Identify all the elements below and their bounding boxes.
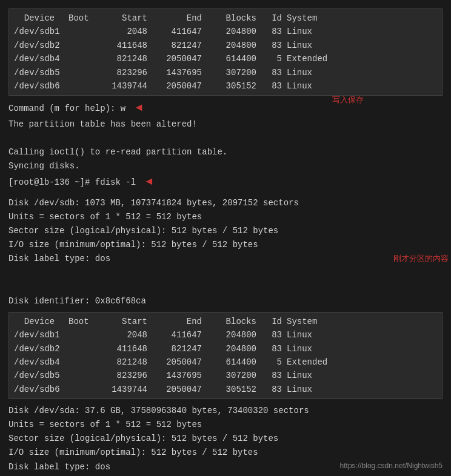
col2-system-header: System [287, 315, 347, 328]
partition-table-1: Device Boot Start End Blocks Id System /… [8, 8, 443, 96]
col-id-header: Id [262, 12, 287, 25]
disk-sdb-info: Disk /dev/sdb: 1073 MB, 1073741824 bytes… [8, 196, 443, 308]
partition-altered-msg: The partition table has been altered! [8, 117, 443, 131]
partition-table-2: Device Boot Start End Blocks Id System /… [8, 312, 443, 399]
col2-blocks-header: Blocks [208, 315, 262, 328]
disk-sda-sector-size: Sector size (logical/physical): 512 byte… [8, 432, 443, 446]
table2-row-1: /dev/sdb1 2048 411647 204800 83 Linux [14, 328, 437, 342]
table2-row-2: /dev/sdb2 411648 821247 204800 83 Linux [14, 342, 437, 355]
disk-sdb-units: Units = sectors of 1 * 512 = 512 bytes [8, 210, 443, 224]
table1-row-5: /dev/sdb6 1439744 2050047 305152 83 Linu… [14, 79, 437, 93]
col2-start-header: Start [99, 315, 153, 328]
table2-row-5: /dev/sdb6 1439744 2050047 305152 83 Linu… [14, 383, 437, 396]
ioctl-line: Calling ioctl() to re-read partition tab… [8, 145, 443, 159]
col-system-header: System [287, 12, 347, 25]
disk-sda-io-size: I/O size (minimum/optimal): 512 bytes / … [8, 446, 443, 460]
syncing-line: Syncing disks. [8, 159, 443, 173]
table1-row-3: /dev/sdb4 821248 2050047 614400 5 Extend… [14, 52, 437, 65]
col2-boot-header: Boot [68, 315, 99, 328]
command-line-w: Command (m for help): w ◄ [8, 99, 443, 117]
col-start-header: Start [99, 12, 153, 25]
watermark: https://blog.csdn.net/Nightwish5 [340, 461, 443, 470]
terminal: Device Boot Start End Blocks Id System /… [0, 0, 451, 476]
disk-sdb-sector-size: Sector size (logical/physical): 512 byte… [8, 224, 443, 238]
command-section: Command (m for help): w ◄ The partition … [8, 99, 443, 191]
col2-end-header: End [153, 315, 208, 328]
table1-row-4: /dev/sdb5 823296 1437695 307200 83 Linux [14, 66, 437, 79]
table1-row-1: /dev/sdb1 2048 411647 204800 83 Linux [14, 25, 437, 38]
table2-row-4: /dev/sdb5 823296 1437695 307200 83 Linux [14, 369, 437, 382]
col-end-header: End [153, 12, 208, 25]
table2-header: Device Boot Start End Blocks Id System [14, 315, 437, 328]
disk-sda-size: Disk /dev/sda: 37.6 GB, 37580963840 byte… [8, 404, 443, 418]
table1-header: Device Boot Start End Blocks Id System [14, 12, 437, 25]
fdisk-command: [root@lb-136 ~]# fdisk -l ◄ [8, 173, 443, 191]
disk-sdb-size: Disk /dev/sdb: 1073 MB, 1073741824 bytes… [8, 196, 443, 210]
blank-line-1 [8, 131, 443, 145]
table2-row-3: /dev/sdb4 821248 2050047 614400 5 Extend… [14, 355, 437, 369]
table1-row-2: /dev/sdb2 411648 821247 204800 83 Linux [14, 39, 437, 52]
col2-id-header: Id [262, 315, 287, 328]
disk-sda-units: Units = sectors of 1 * 512 = 512 bytes [8, 418, 443, 432]
col-blocks-header: Blocks [208, 12, 262, 25]
col2-device-header: Device [14, 315, 68, 328]
annotation-partition-content: 刚才分区的内容 [393, 252, 449, 265]
col-boot-header: Boot [68, 12, 99, 25]
annotation-write-save-text: 写入保存 [332, 94, 364, 105]
disk-sda-identifier: Disk identifier: 0x000ce742 [8, 474, 443, 476]
disk-sdb-io-size: I/O size (minimum/optimal): 512 bytes / … [8, 238, 443, 252]
col-device-header: Device [14, 12, 68, 25]
disk-sdb-identifier: Disk identifier: 0x8c6f68ca [8, 294, 443, 308]
disk-sdb-label-type: Disk label type: dos 刚才分区的内容 [8, 252, 443, 294]
